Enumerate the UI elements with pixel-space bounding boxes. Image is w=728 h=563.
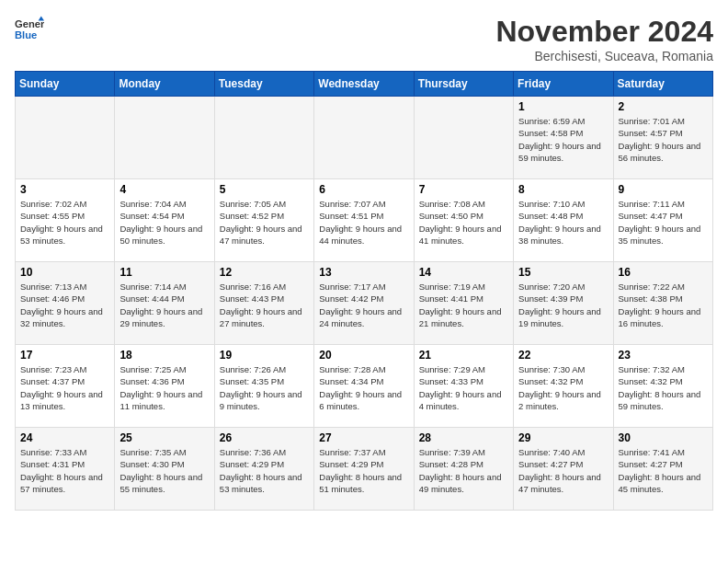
calendar-cell: 13Sunrise: 7:17 AM Sunset: 4:42 PM Dayli… <box>314 262 414 345</box>
calendar-cell: 2Sunrise: 7:01 AM Sunset: 4:57 PM Daylig… <box>613 97 712 179</box>
month-title: November 2024 <box>495 15 713 49</box>
day-number: 15 <box>518 266 608 279</box>
weekday-header-row: SundayMondayTuesdayWednesdayThursdayFrid… <box>16 72 713 97</box>
calendar-cell: 27Sunrise: 7:37 AM Sunset: 4:29 PM Dayli… <box>314 428 414 511</box>
day-number: 18 <box>119 349 209 362</box>
day-number: 26 <box>220 431 309 444</box>
day-number: 29 <box>518 431 608 444</box>
day-number: 22 <box>518 349 608 362</box>
day-info: Sunrise: 7:10 AM Sunset: 4:48 PM Dayligh… <box>518 198 608 247</box>
day-info: Sunrise: 7:36 AM Sunset: 4:29 PM Dayligh… <box>220 446 309 495</box>
day-info: Sunrise: 7:16 AM Sunset: 4:43 PM Dayligh… <box>220 281 309 329</box>
day-info: Sunrise: 7:20 AM Sunset: 4:39 PM Dayligh… <box>518 281 608 329</box>
weekday-header-wednesday: Wednesday <box>314 72 414 97</box>
page-header: General Blue November 2024 Berchisesti, … <box>15 15 713 63</box>
calendar-cell: 18Sunrise: 7:25 AM Sunset: 4:36 PM Dayli… <box>115 345 214 428</box>
day-number: 19 <box>220 349 309 362</box>
calendar-cell: 30Sunrise: 7:41 AM Sunset: 4:27 PM Dayli… <box>613 428 712 511</box>
day-info: Sunrise: 7:17 AM Sunset: 4:42 PM Dayligh… <box>319 281 408 329</box>
day-number: 20 <box>319 349 408 362</box>
day-number: 5 <box>220 183 309 196</box>
week-row-1: 1Sunrise: 6:59 AM Sunset: 4:58 PM Daylig… <box>16 97 713 179</box>
day-number: 25 <box>119 431 209 444</box>
calendar-cell: 23Sunrise: 7:32 AM Sunset: 4:32 PM Dayli… <box>613 345 712 428</box>
calendar-cell: 9Sunrise: 7:11 AM Sunset: 4:47 PM Daylig… <box>613 179 712 262</box>
day-number: 30 <box>619 431 708 444</box>
day-info: Sunrise: 7:41 AM Sunset: 4:27 PM Dayligh… <box>619 446 708 495</box>
weekday-header-sunday: Sunday <box>16 72 115 97</box>
calendar-cell: 29Sunrise: 7:40 AM Sunset: 4:27 PM Dayli… <box>514 428 613 511</box>
calendar-cell: 10Sunrise: 7:13 AM Sunset: 4:46 PM Dayli… <box>16 262 115 345</box>
calendar-cell <box>414 97 513 179</box>
calendar-cell: 5Sunrise: 7:05 AM Sunset: 4:52 PM Daylig… <box>214 179 313 262</box>
calendar-cell <box>214 97 313 179</box>
calendar-cell: 1Sunrise: 6:59 AM Sunset: 4:58 PM Daylig… <box>514 97 613 179</box>
week-row-2: 3Sunrise: 7:02 AM Sunset: 4:55 PM Daylig… <box>16 179 713 262</box>
calendar-cell: 11Sunrise: 7:14 AM Sunset: 4:44 PM Dayli… <box>115 262 214 345</box>
week-row-5: 24Sunrise: 7:33 AM Sunset: 4:31 PM Dayli… <box>16 428 713 511</box>
calendar-cell: 7Sunrise: 7:08 AM Sunset: 4:50 PM Daylig… <box>414 179 513 262</box>
day-info: Sunrise: 7:30 AM Sunset: 4:32 PM Dayligh… <box>518 363 608 412</box>
logo: General Blue <box>15 15 44 44</box>
day-info: Sunrise: 7:25 AM Sunset: 4:36 PM Dayligh… <box>119 363 209 412</box>
day-info: Sunrise: 7:35 AM Sunset: 4:30 PM Dayligh… <box>119 446 209 495</box>
day-number: 9 <box>619 183 708 196</box>
svg-text:Blue: Blue <box>15 29 37 40</box>
day-info: Sunrise: 7:11 AM Sunset: 4:47 PM Dayligh… <box>619 198 708 247</box>
day-number: 7 <box>419 183 508 196</box>
day-number: 28 <box>419 431 508 444</box>
day-info: Sunrise: 7:40 AM Sunset: 4:27 PM Dayligh… <box>518 446 608 495</box>
calendar-cell: 4Sunrise: 7:04 AM Sunset: 4:54 PM Daylig… <box>115 179 214 262</box>
day-number: 17 <box>20 349 109 362</box>
calendar-cell: 26Sunrise: 7:36 AM Sunset: 4:29 PM Dayli… <box>214 428 313 511</box>
day-info: Sunrise: 7:02 AM Sunset: 4:55 PM Dayligh… <box>20 198 109 247</box>
day-number: 23 <box>619 349 708 362</box>
calendar-cell: 28Sunrise: 7:39 AM Sunset: 4:28 PM Dayli… <box>414 428 513 511</box>
day-info: Sunrise: 7:28 AM Sunset: 4:34 PM Dayligh… <box>319 363 408 412</box>
day-number: 6 <box>319 183 408 196</box>
day-info: Sunrise: 7:22 AM Sunset: 4:38 PM Dayligh… <box>619 281 708 329</box>
weekday-header-tuesday: Tuesday <box>214 72 313 97</box>
calendar-cell <box>16 97 115 179</box>
calendar-cell: 25Sunrise: 7:35 AM Sunset: 4:30 PM Dayli… <box>115 428 214 511</box>
calendar-cell: 20Sunrise: 7:28 AM Sunset: 4:34 PM Dayli… <box>314 345 414 428</box>
calendar-cell: 14Sunrise: 7:19 AM Sunset: 4:41 PM Dayli… <box>414 262 513 345</box>
calendar-cell: 12Sunrise: 7:16 AM Sunset: 4:43 PM Dayli… <box>214 262 313 345</box>
day-number: 24 <box>20 431 109 444</box>
day-info: Sunrise: 7:29 AM Sunset: 4:33 PM Dayligh… <box>419 363 508 412</box>
day-number: 11 <box>119 266 209 279</box>
title-area: November 2024 Berchisesti, Suceava, Roma… <box>495 15 713 63</box>
weekday-header-monday: Monday <box>115 72 214 97</box>
week-row-3: 10Sunrise: 7:13 AM Sunset: 4:46 PM Dayli… <box>16 262 713 345</box>
day-info: Sunrise: 7:01 AM Sunset: 4:57 PM Dayligh… <box>619 115 708 164</box>
day-info: Sunrise: 7:33 AM Sunset: 4:31 PM Dayligh… <box>20 446 109 495</box>
logo-icon: General Blue <box>15 15 44 44</box>
day-number: 4 <box>119 183 209 196</box>
day-info: Sunrise: 7:13 AM Sunset: 4:46 PM Dayligh… <box>20 281 109 329</box>
calendar-cell: 24Sunrise: 7:33 AM Sunset: 4:31 PM Dayli… <box>16 428 115 511</box>
calendar-cell <box>314 97 414 179</box>
day-info: Sunrise: 7:37 AM Sunset: 4:29 PM Dayligh… <box>319 446 408 495</box>
weekday-header-thursday: Thursday <box>414 72 513 97</box>
calendar-cell: 22Sunrise: 7:30 AM Sunset: 4:32 PM Dayli… <box>514 345 613 428</box>
day-info: Sunrise: 7:04 AM Sunset: 4:54 PM Dayligh… <box>119 198 209 247</box>
day-info: Sunrise: 7:07 AM Sunset: 4:51 PM Dayligh… <box>319 198 408 247</box>
day-info: Sunrise: 7:32 AM Sunset: 4:32 PM Dayligh… <box>619 363 708 412</box>
weekday-header-friday: Friday <box>514 72 613 97</box>
weekday-header-saturday: Saturday <box>613 72 712 97</box>
day-number: 10 <box>20 266 109 279</box>
day-info: Sunrise: 7:08 AM Sunset: 4:50 PM Dayligh… <box>419 198 508 247</box>
day-info: Sunrise: 7:26 AM Sunset: 4:35 PM Dayligh… <box>220 363 309 412</box>
day-number: 8 <box>518 183 608 196</box>
day-info: Sunrise: 7:14 AM Sunset: 4:44 PM Dayligh… <box>119 281 209 329</box>
calendar-cell: 17Sunrise: 7:23 AM Sunset: 4:37 PM Dayli… <box>16 345 115 428</box>
day-number: 13 <box>319 266 408 279</box>
day-info: Sunrise: 7:19 AM Sunset: 4:41 PM Dayligh… <box>419 281 508 329</box>
day-number: 3 <box>20 183 109 196</box>
day-info: Sunrise: 7:39 AM Sunset: 4:28 PM Dayligh… <box>419 446 508 495</box>
calendar-cell: 3Sunrise: 7:02 AM Sunset: 4:55 PM Daylig… <box>16 179 115 262</box>
day-number: 27 <box>319 431 408 444</box>
calendar-cell: 8Sunrise: 7:10 AM Sunset: 4:48 PM Daylig… <box>514 179 613 262</box>
calendar-cell: 21Sunrise: 7:29 AM Sunset: 4:33 PM Dayli… <box>414 345 513 428</box>
day-number: 21 <box>419 349 508 362</box>
